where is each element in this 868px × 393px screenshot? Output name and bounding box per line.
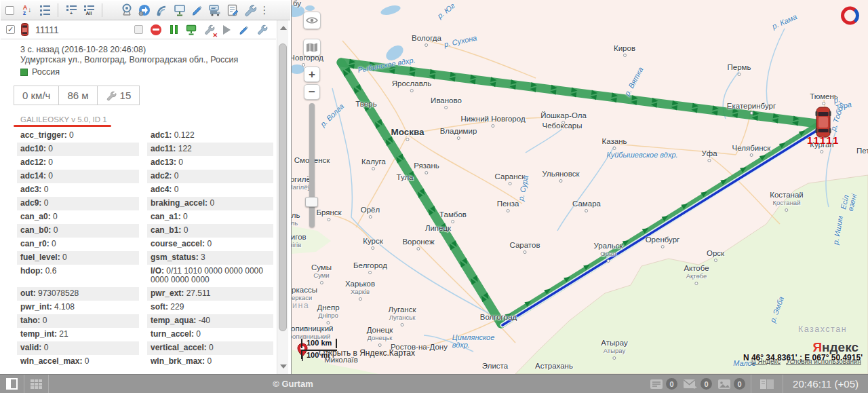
- panel-scrollbar[interactable]: [277, 20, 288, 374]
- messages-badge[interactable]: 0: [701, 378, 712, 390]
- collapse-panel-icon[interactable]: [6, 378, 18, 390]
- locator-dish-icon[interactable]: [155, 3, 170, 18]
- log-book-icon[interactable]: [760, 379, 774, 390]
- unit-map-label[interactable]: 11111: [807, 134, 840, 146]
- notifications-badge[interactable]: 0: [666, 378, 677, 390]
- map-city-label: Калуга: [361, 157, 386, 170]
- toolbar-divider: [58, 3, 58, 17]
- map-zoom-slider-handle[interactable]: [305, 197, 318, 207]
- city-dot: [612, 147, 616, 150]
- unit-properties-wrench-icon[interactable]: [254, 22, 269, 37]
- param-row: adc12: 0adc13: 0: [0, 156, 275, 170]
- select-all-checkbox[interactable]: [2, 3, 17, 18]
- monitoring-camera-icon[interactable]: [119, 3, 134, 18]
- notifications-icon[interactable]: [650, 379, 663, 390]
- param-cell: adc12: 0: [17, 156, 139, 170]
- param-cell: can_a0: 0: [17, 210, 139, 224]
- bottom-bar: © Gurtam 0 0 0 20:46:11 (+05): [0, 374, 868, 393]
- map-city-label: Брянск: [316, 208, 341, 221]
- bottom-bar-right: 0 0 0 20:46:11 (+05): [650, 375, 868, 393]
- media-photo-icon[interactable]: [717, 379, 731, 390]
- map-city-label: ХарьковХарків: [345, 280, 375, 301]
- gurtam-copyright: © Gurtam: [252, 379, 334, 389]
- city-dot: [559, 179, 562, 183]
- unit-list-button[interactable]: [37, 3, 52, 18]
- city-dot: [372, 167, 376, 170]
- monitor-screen-icon[interactable]: [172, 3, 187, 18]
- unit-track-play-icon[interactable]: [219, 22, 234, 37]
- param-cell: out: 973078528: [17, 287, 139, 301]
- map-city-label: Иваново: [431, 96, 462, 109]
- messages-envelope-icon[interactable]: [683, 379, 698, 389]
- map-city-label: Владимир: [440, 127, 477, 140]
- map-city-label: Тверь: [355, 100, 376, 108]
- map-city-label: Самара: [572, 200, 601, 212]
- param-cell: fuel_level: 0: [17, 251, 139, 265]
- more-options-icon[interactable]: ⋮: [260, 3, 269, 18]
- scale-km-label: 100 km: [301, 339, 337, 348]
- param-cell: gsm_status: 3: [147, 251, 273, 265]
- param-cell: can_a1: 0: [147, 210, 273, 224]
- show-all-units-button[interactable]: All: [81, 3, 96, 18]
- edit-pencil-icon[interactable]: [190, 3, 205, 18]
- city-dot: [822, 102, 825, 105]
- driver-truck-icon[interactable]: [208, 3, 222, 18]
- sensor-params-table: acc_trigger: 0adc1: 0.122adc10: 0adc11: …: [0, 129, 275, 374]
- param-row: adc3: 0adc4: 0: [0, 183, 275, 197]
- map-city-label: ЧерниговЧернігів: [292, 233, 307, 249]
- unit-checkbox[interactable]: [6, 25, 15, 34]
- param-cell: can_r0: 0: [17, 238, 139, 251]
- param-cell: adc4: 0: [147, 183, 273, 197]
- unit-commands-unavailable-icon[interactable]: ✕: [201, 22, 216, 37]
- bottom-bar-divider: [48, 375, 49, 393]
- unit-monitoring-checkbox[interactable]: [131, 22, 146, 37]
- scroll-thumb[interactable]: [279, 43, 287, 331]
- param-cell: adc11: 122: [147, 143, 273, 156]
- map-zoom-slider-track[interactable]: [309, 103, 315, 227]
- tools-wrench-icon[interactable]: [243, 3, 258, 18]
- param-cell: adc13: 0: [147, 156, 273, 170]
- param-cell: valid: 0: [17, 341, 139, 355]
- param-row: out: 973078528pwr_ext: 27.511: [0, 287, 275, 301]
- folded-map-icon: [306, 43, 318, 52]
- scroll-up-arrow[interactable]: [280, 26, 287, 30]
- param-cell: temp_int: 21: [17, 328, 139, 341]
- map-city-label: Тамбов: [439, 210, 467, 223]
- toolbar-divider: [102, 3, 102, 17]
- map-city-label: ЛуганскЛуганськ: [389, 305, 416, 326]
- media-badge[interactable]: 0: [734, 378, 745, 390]
- monitoring-toolbar: Az↓ + All: [1, 1, 290, 20]
- unit-motion-state-icon[interactable]: [166, 22, 181, 37]
- param-cell: pwr_ext: 27.511: [147, 287, 273, 301]
- param-cell: temp_aqua: -40: [147, 314, 273, 328]
- param-cell: I/O: 0/11 1010 0000 0000 0000 0000 0000 …: [147, 265, 273, 287]
- city-dot: [368, 215, 372, 219]
- apps-grid-icon[interactable]: [31, 379, 42, 389]
- city-dot: [749, 111, 753, 115]
- scroll-down-arrow[interactable]: [280, 364, 287, 369]
- map-zoom-in-button[interactable]: +: [304, 67, 320, 82]
- document-edit-icon[interactable]: [225, 3, 240, 18]
- sort-az-button[interactable]: Az↓: [20, 3, 35, 18]
- commands-icon[interactable]: [137, 3, 152, 18]
- unit-row[interactable]: 11111 ✕: [1, 20, 276, 39]
- param-row: adc9: 0braking_accel: 0: [0, 197, 275, 210]
- map-visibility-eye-button[interactable]: [303, 12, 321, 29]
- unit-edit-pencil-icon[interactable]: [237, 22, 252, 37]
- param-row: acc_trigger: 0adc1: 0.122: [0, 129, 275, 143]
- current-time: 20:46:11 (+05): [783, 378, 868, 390]
- map-city-label: Екатеринбург: [727, 102, 776, 115]
- map-city-label: Астрахань: [535, 362, 573, 370]
- city-dot: [523, 250, 526, 254]
- map-water-label: Куйбышевское вдхр.: [606, 151, 677, 159]
- map-city-label: Чебоксары: [542, 121, 583, 130]
- map-scale-ruler: 100 km 100 mi: [301, 339, 337, 359]
- map-zoom-out-button[interactable]: −: [304, 84, 320, 100]
- map-area[interactable]: ВологдаКировПермьЕкатеринбургТюменьй Нов…: [292, 0, 868, 374]
- map-layers-button[interactable]: [303, 39, 321, 56]
- unit-no-data-icon[interactable]: [149, 22, 163, 37]
- add-units-to-list-button[interactable]: +: [64, 3, 79, 18]
- param-cell: wln_accel_max: 0: [17, 355, 139, 369]
- param-row: adc14: 0adc2: 0: [0, 170, 275, 183]
- unit-connection-icon[interactable]: [184, 22, 199, 37]
